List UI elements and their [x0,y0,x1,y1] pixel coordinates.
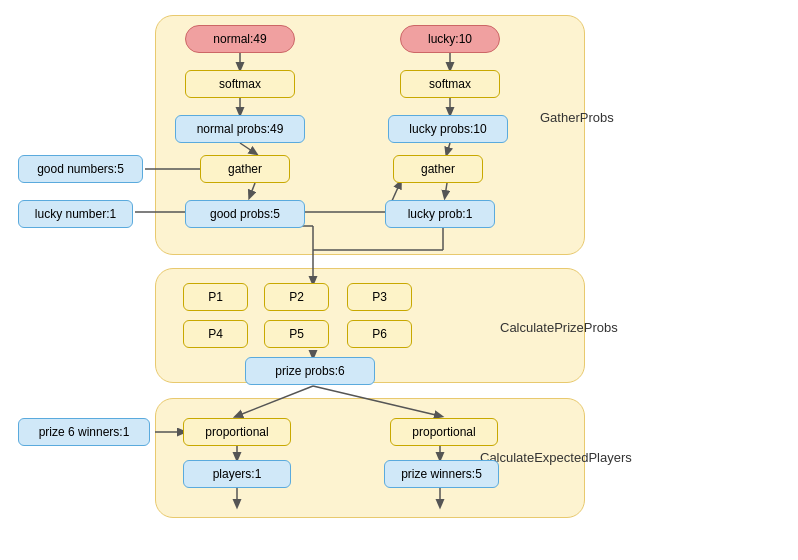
node-normal49: normal:49 [185,25,295,53]
node-players1: players:1 [183,460,291,488]
node-prize-winners5: prize winners:5 [384,460,499,488]
node-good-probs5: good probs:5 [185,200,305,228]
group-calculate-expected-players-label: CalculateExpectedPlayers [480,450,632,465]
node-gather1: gather [200,155,290,183]
node-proportional1: proportional [183,418,291,446]
node-prize6-winners1: prize 6 winners:1 [18,418,150,446]
node-lucky-number1: lucky number:1 [18,200,133,228]
diagram: GatherProbs CalculatePrizeProbs Calculat… [0,0,798,560]
node-softmax1: softmax [185,70,295,98]
node-P3: P3 [347,283,412,311]
node-softmax2: softmax [400,70,500,98]
node-proportional2: proportional [390,418,498,446]
node-lucky-probs10: lucky probs:10 [388,115,508,143]
node-normal-probs49: normal probs:49 [175,115,305,143]
node-P6: P6 [347,320,412,348]
node-good-numbers5: good numbers:5 [18,155,143,183]
node-P2: P2 [264,283,329,311]
node-P4: P4 [183,320,248,348]
node-P5: P5 [264,320,329,348]
group-gather-probs-label: GatherProbs [540,110,614,125]
group-calculate-prize-probs-label: CalculatePrizeProbs [500,320,618,335]
node-lucky-prob1: lucky prob:1 [385,200,495,228]
node-P1: P1 [183,283,248,311]
node-gather2: gather [393,155,483,183]
node-lucky10: lucky:10 [400,25,500,53]
node-prize-probs6: prize probs:6 [245,357,375,385]
